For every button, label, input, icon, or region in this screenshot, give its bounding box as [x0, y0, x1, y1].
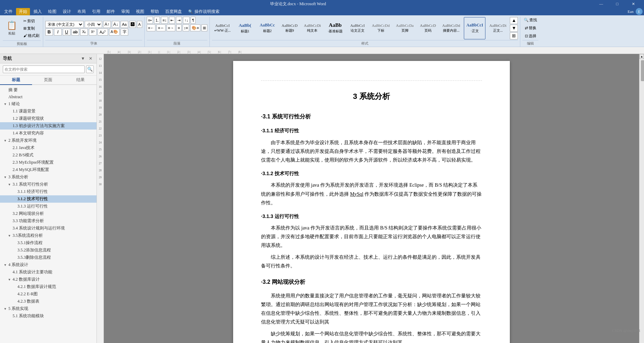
superscript-button[interactable]: X²	[89, 29, 97, 36]
align-right-button[interactable]: ≡→	[167, 24, 175, 31]
nav-item-4-2-2[interactable]: 4.2.2 E-R图	[0, 290, 97, 298]
maximize-button[interactable]: □	[609, 0, 625, 8]
nav-item-3-5-1[interactable]: 3.5.1操作流程	[0, 239, 97, 247]
nav-collapse-button[interactable]: ▼	[80, 55, 86, 62]
nav-item-abstract-en[interactable]: Abstract	[0, 94, 97, 100]
nav-item-ch5[interactable]: ▼ 5 系统实现	[0, 305, 97, 312]
nav-item-3-3[interactable]: 3.3 功能需求分析	[0, 217, 97, 225]
multilevel-button[interactable]: ≡↕	[161, 17, 168, 24]
menu-item-layout[interactable]: 布局	[75, 8, 89, 15]
nav-item-2-2[interactable]: 2.2 B/S模式	[0, 151, 97, 159]
bold-button[interactable]: B	[45, 29, 53, 36]
style-base-heading[interactable]: AaBb ·基准标题	[325, 17, 346, 39]
menu-item-review[interactable]: 审阅	[118, 8, 132, 15]
section-31[interactable]: ·3.1 系统可行性分析	[261, 112, 482, 122]
nav-item-ch2[interactable]: ▼ 2 系统开发环境	[0, 137, 97, 144]
subscript-button[interactable]: X₂	[80, 29, 88, 36]
justify-button[interactable]: ≡	[176, 24, 181, 31]
nav-item-4-2-1[interactable]: 4.2.1 数据库设计规范	[0, 283, 97, 290]
nav-search-input[interactable]	[3, 65, 85, 73]
nav-item-3-1-1[interactable]: 3.1.1 经济可行性	[0, 188, 97, 195]
nav-item-2-4[interactable]: 2.4 MySQL环境配置	[0, 166, 97, 173]
text-effect-button[interactable]: A	[137, 21, 142, 28]
nav-item-1-4[interactable]: 1.4 本文研究内容	[0, 130, 97, 137]
show-marks-button[interactable]: ¶	[191, 17, 196, 24]
scrollbar-track[interactable]	[639, 59, 644, 343]
clear-format-button[interactable]: 🅰	[129, 21, 136, 28]
italic-button[interactable]: I	[54, 29, 62, 36]
style-ww[interactable]: AaBbCcI ↵WW-正...	[212, 17, 233, 39]
style-page-num[interactable]: AaBbCcD 页码	[417, 17, 438, 39]
nav-item-3-2[interactable]: 3.2 网站现状分析	[0, 210, 97, 217]
select-button[interactable]: ⊡ 选择	[523, 33, 538, 39]
increase-indent-button[interactable]: ⇥	[176, 17, 182, 24]
underline-button[interactable]: U	[63, 29, 70, 36]
font-name-select[interactable]: 宋体 (中文正文)	[45, 21, 84, 28]
sort-button[interactable]: ↑↓	[183, 17, 190, 24]
char-border-button[interactable]: 字	[121, 29, 128, 36]
align-center-button[interactable]: ≡↔	[156, 24, 165, 31]
gallery-up-button[interactable]: ▲	[510, 17, 518, 24]
copy-button[interactable]: ⊞ 复制	[22, 25, 41, 32]
nav-item-3-1-2[interactable]: 3.1.2 技术可行性	[0, 195, 97, 203]
menu-item-design[interactable]: 设计	[60, 8, 74, 15]
replace-button[interactable]: ⇄ 替换	[523, 25, 538, 31]
line-spacing-button[interactable]: ↕≡	[183, 24, 190, 31]
menu-item-baiducloud[interactable]: 百度网盘	[162, 8, 185, 15]
nav-item-3-5-3[interactable]: 3.5.3删除信息流程	[0, 254, 97, 261]
decrease-indent-button[interactable]: ⇤	[169, 17, 175, 24]
strikethrough-button[interactable]: ab	[71, 29, 79, 36]
text-highlight-button[interactable]: A🖊	[98, 29, 108, 36]
border-button[interactable]: ⊞	[201, 24, 207, 31]
nav-item-4-2-3[interactable]: 4.2.3 数据表	[0, 298, 97, 305]
style-plain[interactable]: AaBbCcDi 纯文本	[301, 17, 323, 39]
nav-item-3-4[interactable]: 3.4 系统设计规则与运行环境	[0, 225, 97, 232]
font-size-select[interactable]: 小四	[85, 21, 102, 28]
font-case-button[interactable]: Aa	[121, 21, 128, 28]
nav-item-5-1[interactable]: 5.1 系统功能模块	[0, 312, 97, 320]
nav-item-2-3[interactable]: 2.3 MyEclipse环境配置	[0, 159, 97, 166]
nav-item-abstract-zh[interactable]: 摘 要	[0, 86, 97, 94]
minimize-button[interactable]: —	[593, 0, 609, 8]
menu-item-home[interactable]: 开始	[16, 8, 30, 15]
user-avatar[interactable]: E	[636, 8, 643, 15]
nav-item-3-1[interactable]: ▼ 3.1 系统可行性分析	[0, 181, 97, 188]
doc-scroll[interactable]: 3 系统分析 ·3.1 系统可行性分析 ·3.1.1 经济可行性 由于本系统是作…	[104, 54, 639, 343]
style-thesis-body[interactable]: AaBbCcI 论文正文	[347, 17, 368, 39]
subsection-313[interactable]: ·3.1.3 运行可行性	[261, 212, 482, 221]
menu-item-insert[interactable]: 插入	[31, 8, 45, 15]
font-shrink-button[interactable]: A↓	[112, 21, 120, 28]
font-grow-button[interactable]: A↑	[103, 21, 111, 28]
subsection-311[interactable]: ·3.1.1 经济可行性	[261, 126, 482, 135]
menu-item-draw[interactable]: 绘图	[45, 8, 59, 15]
gallery-more-button[interactable]: ⊞	[510, 32, 518, 39]
paste-button[interactable]: 📋 粘贴	[3, 17, 21, 40]
nav-item-ch4[interactable]: ▼ 4 系统设计	[0, 261, 97, 268]
nav-tab-results[interactable]: 结果	[64, 76, 97, 85]
menu-item-help[interactable]: 帮助	[148, 8, 162, 15]
scroll-up-button[interactable]: ▲	[639, 54, 644, 59]
style-subscript[interactable]: AaBbCcDd 下标	[369, 17, 392, 39]
nav-item-3-5[interactable]: ▼ 3.5系统流程分析	[0, 232, 97, 239]
bullets-button[interactable]: ≡•	[147, 17, 153, 24]
nav-tab-pages[interactable]: 页面	[32, 76, 64, 85]
nav-item-1-1[interactable]: 1.1 课题背景	[0, 108, 97, 115]
nav-item-ch3[interactable]: ▼ 3 系统分析	[0, 173, 97, 181]
align-left-button[interactable]: ≡←	[147, 24, 155, 31]
nav-item-3-5-2[interactable]: 3.5.2添加信息流程	[0, 247, 97, 254]
format-painter-button[interactable]: 🖌 格式刷	[22, 32, 41, 39]
section-32[interactable]: ·3.2 网站现状分析	[261, 277, 482, 287]
style-abstract[interactable]: AaBbCcDd 摘要内容...	[440, 17, 462, 39]
menu-item-mailing[interactable]: 邮件	[104, 8, 118, 15]
scrollbar-thumb[interactable]	[641, 60, 644, 81]
nav-item-1-3[interactable]: 1.3 初步设计方法与实施方案	[0, 122, 97, 130]
style-footer[interactable]: AaBbCcDa 页脚	[393, 17, 416, 39]
font-color-button[interactable]: A🎨	[109, 29, 120, 36]
nav-item-1-2[interactable]: 1.2 课题研究现状	[0, 115, 97, 122]
cut-button[interactable]: ✂ 剪切	[22, 18, 41, 24]
nav-item-3-1-3[interactable]: 3.1.3 运行可行性	[0, 203, 97, 210]
nav-item-ch1[interactable]: ▼ 1 绪论	[0, 100, 97, 108]
nav-item-2-1[interactable]: 2.1 Java技术	[0, 144, 97, 151]
style-body[interactable]: AaBbCcI ·正文	[464, 17, 485, 39]
menu-item-search[interactable]: 🔍 操作说明搜索	[185, 8, 222, 15]
